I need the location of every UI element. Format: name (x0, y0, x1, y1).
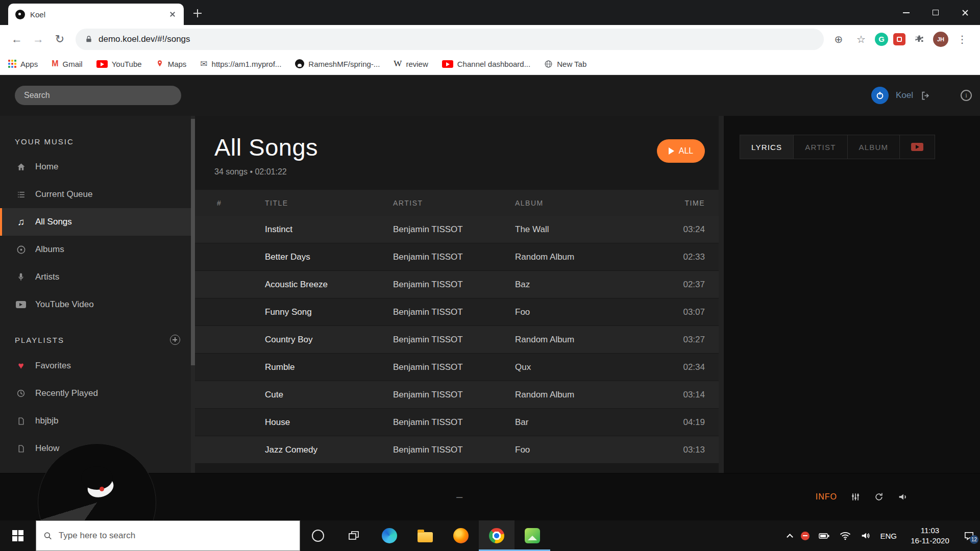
koel-username[interactable]: Koel (896, 90, 913, 101)
language-indicator[interactable]: ENG (880, 532, 897, 540)
edge-taskbar-button[interactable] (372, 520, 407, 551)
action-center-button[interactable]: 12 (963, 530, 975, 542)
tray-expand-icon[interactable] (787, 534, 794, 540)
progress-placeholder: – (456, 490, 462, 504)
speaker-icon[interactable] (860, 530, 871, 541)
bookmark-maps[interactable]: Maps (156, 59, 187, 68)
zoom-icon[interactable]: ⊕ (830, 31, 847, 48)
song-row[interactable]: Acoustic Breeze Benjamin TISSOT Baz 02:3… (195, 271, 719, 298)
tab-artist[interactable]: ARTIST (793, 135, 847, 159)
add-playlist-icon[interactable] (170, 335, 180, 345)
reload-button[interactable]: ↻ (50, 30, 69, 49)
red-extension-icon[interactable] (893, 33, 905, 45)
song-row[interactable]: Country Boy Benjamin TISSOT Random Album… (195, 326, 719, 354)
song-title: Cute (265, 390, 393, 400)
bookmark-github-spring[interactable]: RameshMF/spring-... (295, 59, 380, 68)
youtube-icon (911, 143, 923, 151)
window-minimize-button[interactable] (891, 0, 921, 25)
clock-time: 11:03 (905, 525, 954, 536)
about-info-icon[interactable]: i (961, 90, 972, 101)
song-row[interactable]: Better Days Benjamin TISSOT Random Album… (195, 243, 719, 271)
sidebar-item-home[interactable]: Home (0, 153, 191, 181)
tab-youtube[interactable] (899, 135, 935, 159)
header-number[interactable]: # (217, 199, 265, 207)
header-artist[interactable]: ARTIST (393, 199, 515, 207)
koel-app: Koel i YOUR MUSIC Home Current Qu (0, 75, 980, 520)
sidebar-scrollbar[interactable] (191, 116, 195, 473)
song-row[interactable]: Rumble Benjamin TISSOT Qux 02:34 (195, 354, 719, 381)
battery-icon[interactable] (818, 530, 830, 542)
header-title[interactable]: TITLE (265, 199, 393, 207)
browser-menu-icon[interactable]: ⋮ (953, 31, 971, 48)
song-row[interactable]: Jazz Comedy Benjamin TISSOT Foo 03:13 (195, 436, 719, 464)
profile-avatar[interactable]: JH (933, 32, 948, 47)
sidebar-item-youtube-video[interactable]: YouTube Video (0, 291, 191, 318)
play-all-button[interactable]: ALL (657, 139, 705, 163)
song-row[interactable]: Funny Song Benjamin TISSOT Foo 03:07 (195, 298, 719, 326)
green-app-button[interactable] (514, 520, 550, 551)
bookmark-review[interactable]: W review (394, 59, 428, 69)
song-time: 03:14 (659, 390, 705, 400)
tab-album[interactable]: ALBUM (847, 135, 900, 159)
sidebar-scrollbar-thumb[interactable] (191, 119, 195, 365)
sidebar-item-recently-played[interactable]: Recently Played (0, 380, 191, 407)
repeat-refresh-icon[interactable] (874, 492, 884, 502)
bookmark-youtube[interactable]: YouTube (96, 60, 142, 68)
window-maximize-button[interactable] (921, 0, 950, 25)
browser-tab[interactable]: Koel (8, 4, 184, 25)
file-explorer-button[interactable] (407, 520, 443, 551)
volume-icon[interactable] (897, 491, 909, 503)
bookmark-gmail[interactable]: M Gmail (52, 59, 83, 68)
song-album: Bar (515, 417, 659, 428)
search-input[interactable] (15, 86, 181, 105)
new-tab-button[interactable] (190, 6, 205, 21)
forward-button[interactable]: → (29, 30, 48, 49)
song-row[interactable]: Instinct Benjamin TISSOT The Wall 03:24 (195, 216, 719, 243)
info-toggle[interactable]: INFO (816, 492, 837, 502)
back-button[interactable]: ← (7, 30, 27, 49)
bookmark-star-icon[interactable]: ☆ (852, 31, 870, 48)
apps-grid-icon (8, 60, 16, 68)
tab-close-icon[interactable] (168, 10, 177, 18)
bookmark-new-tab[interactable]: New Tab (544, 60, 586, 68)
orange-app-button[interactable] (443, 520, 479, 551)
cortana-icon (312, 530, 324, 542)
bookmark-myprof[interactable]: ✉ https://am1.myprof... (200, 59, 281, 69)
header-album[interactable]: ALBUM (515, 199, 659, 207)
song-list-scrollbar[interactable] (719, 116, 724, 473)
sidebar-item-artists[interactable]: Artists (0, 263, 191, 291)
sidebar-item-playlist-hbjbjb[interactable]: hbjbjb (0, 407, 191, 435)
start-button[interactable] (0, 520, 36, 551)
extra-info-panel: LYRICS ARTIST ALBUM (724, 116, 980, 473)
bookmark-channel-dashboard[interactable]: Channel dashboard... (442, 60, 530, 68)
sidebar-item-albums[interactable]: Albums (0, 236, 191, 263)
song-row[interactable]: House Benjamin TISSOT Bar 04:19 (195, 409, 719, 436)
song-list-scrollbar-thumb[interactable] (719, 116, 724, 192)
sidebar-item-all-songs[interactable]: ♫ All Songs (0, 208, 191, 236)
tab-lyrics[interactable]: LYRICS (740, 135, 794, 159)
song-artist: Benjamin TISSOT (393, 252, 515, 262)
taskbar-search-input[interactable] (59, 531, 292, 541)
equalizer-icon[interactable] (850, 492, 861, 502)
logout-icon[interactable] (920, 90, 931, 101)
header-time[interactable]: TIME (659, 199, 705, 207)
taskbar-clock[interactable]: 11:03 16-11-2020 (905, 525, 954, 546)
toolbar-right: ⊕ ☆ G JH ⋮ (830, 31, 973, 48)
taskbar-search[interactable] (36, 520, 300, 551)
task-view-button[interactable] (336, 520, 372, 551)
sidebar-item-current-queue[interactable]: Current Queue (0, 181, 191, 208)
grammarly-extension-icon[interactable]: G (875, 33, 888, 46)
window-close-button[interactable] (950, 0, 980, 25)
bookmark-apps[interactable]: Apps (8, 60, 38, 68)
network-wifi-icon[interactable] (839, 530, 851, 542)
song-count-meta: 34 songs • 02:01:22 (214, 167, 705, 177)
sidebar-item-favorites[interactable]: ♥ Favorites (0, 352, 191, 380)
chrome-taskbar-button[interactable] (479, 520, 514, 551)
url-bar[interactable]: demo.koel.dev/#!/songs (76, 29, 824, 50)
cortana-button[interactable] (300, 520, 336, 551)
song-row[interactable]: Cute Benjamin TISSOT Random Album 03:14 (195, 381, 719, 409)
chrome-icon (489, 528, 504, 543)
edge-icon (382, 528, 397, 543)
extensions-puzzle-icon[interactable] (911, 31, 928, 48)
tray-red-status-icon[interactable] (801, 532, 810, 540)
